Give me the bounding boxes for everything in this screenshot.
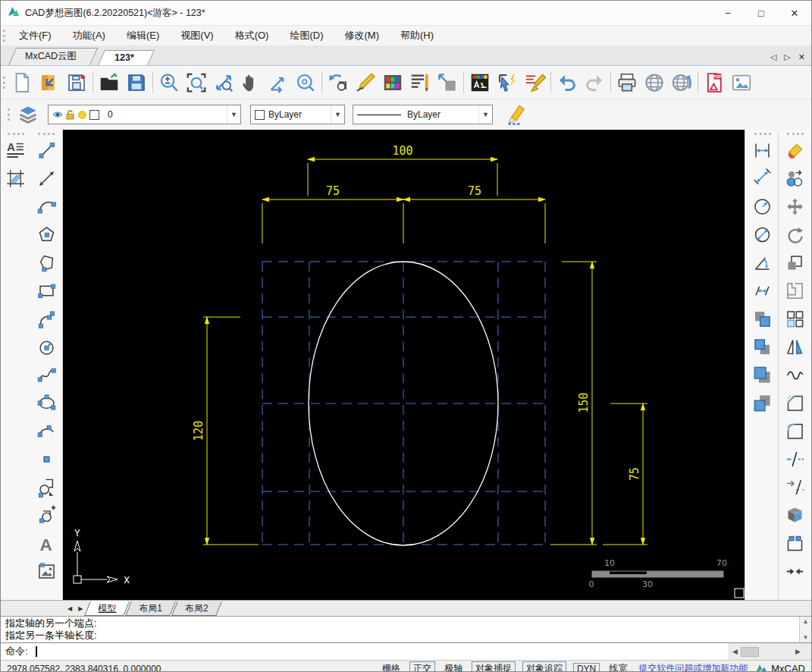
text-icon[interactable]: A <box>33 530 59 556</box>
status-toggle-5[interactable]: DYN <box>573 663 600 672</box>
array-icon[interactable] <box>782 306 808 331</box>
color-select[interactable]: ByLayer ▼ <box>250 105 345 124</box>
layers-icon[interactable] <box>13 99 43 130</box>
tab-scroll-right-icon[interactable]: ▷ <box>784 52 790 62</box>
dim-aligned-icon[interactable] <box>750 165 776 191</box>
rectangle-icon[interactable] <box>33 278 59 303</box>
menu-draw[interactable]: 绘图(D) <box>279 27 334 45</box>
maximize-button[interactable]: □ <box>745 2 778 25</box>
join-icon[interactable] <box>782 558 808 584</box>
tab-close-icon[interactable]: ✕ <box>798 52 805 62</box>
arc-icon[interactable] <box>33 193 59 219</box>
mirror-icon[interactable] <box>782 334 808 360</box>
layer-manager-icon[interactable] <box>466 69 494 96</box>
toolbar-grip[interactable] <box>3 77 5 89</box>
open-cloud-icon[interactable] <box>36 69 63 96</box>
spline-icon[interactable] <box>33 362 59 388</box>
ellipse-icon[interactable] <box>33 390 59 416</box>
format-brush-icon[interactable] <box>521 69 548 96</box>
document-tab-1[interactable]: 123* <box>98 50 148 65</box>
document-tab-0[interactable]: MxCAD云图 <box>8 48 90 65</box>
menu-modify[interactable]: 修改(M) <box>334 27 390 45</box>
palette-icon[interactable] <box>379 69 406 96</box>
draw-order-above-icon[interactable] <box>750 362 776 388</box>
dim-side-150[interactable]: 150 <box>550 262 597 545</box>
status-toggle-1[interactable]: 正交 <box>409 661 435 672</box>
menu-file[interactable]: 文件(F) <box>8 27 62 45</box>
polygon-irregular-icon[interactable] <box>33 250 59 275</box>
break-icon[interactable] <box>782 446 808 472</box>
close-button[interactable]: ✕ <box>778 2 811 25</box>
zoom-previous-icon[interactable] <box>324 69 352 96</box>
dim-left-75[interactable]: 75 <box>262 184 403 243</box>
web-upload-icon[interactable] <box>668 69 695 96</box>
feedback-link[interactable]: 提交软件问题或增加新功能 <box>638 662 748 672</box>
insert-image-icon[interactable] <box>728 69 755 96</box>
image-icon[interactable] <box>33 558 59 584</box>
tab-scroll-left-icon[interactable]: ◁ <box>770 52 776 62</box>
block-define-icon[interactable] <box>33 502 59 528</box>
layer-select[interactable]: 0 ▼ <box>48 105 241 124</box>
circle-icon[interactable] <box>33 334 59 360</box>
command-scrollbar[interactable]: ▲ ▼ <box>799 617 811 642</box>
draw-order-front-icon[interactable] <box>750 306 776 331</box>
dim-linear-icon[interactable] <box>750 137 776 163</box>
layout-tab-1[interactable]: 布局1 <box>128 601 173 616</box>
text-edit-icon[interactable] <box>406 69 434 96</box>
zoom-extents-icon[interactable] <box>210 69 237 96</box>
pdf-export-icon[interactable]: PDF <box>701 69 728 96</box>
status-toggle-0[interactable]: 栅格 <box>380 661 403 672</box>
status-toggle-2[interactable]: 极轴 <box>442 661 465 672</box>
dim-radius-icon[interactable] <box>750 193 776 219</box>
status-toggle-4[interactable]: 对象追踪 <box>522 661 566 672</box>
point-icon[interactable] <box>33 446 59 472</box>
polyline-icon[interactable] <box>33 306 59 331</box>
dim-continue-icon[interactable] <box>750 278 776 303</box>
zoom-window-icon[interactable] <box>183 69 210 96</box>
copy-icon[interactable] <box>782 165 808 191</box>
draw-order-under-icon[interactable] <box>750 390 776 416</box>
minimize-button[interactable]: − <box>711 2 745 25</box>
command-history[interactable]: 指定轴的另一个端点:指定另一条半轴长度: ▲ ▼ <box>1 617 811 643</box>
zoom-center-icon[interactable] <box>292 69 319 96</box>
menu-format[interactable]: 格式(O) <box>224 27 280 45</box>
linetype-select[interactable]: ByLayer ▼ <box>353 105 493 124</box>
arc-continue-icon[interactable] <box>33 418 59 444</box>
line-icon[interactable] <box>33 137 59 163</box>
save-as-icon[interactable] <box>123 69 150 96</box>
resize-icon[interactable] <box>434 69 461 96</box>
erase-icon[interactable] <box>782 137 808 163</box>
dim-diameter-icon[interactable] <box>750 221 776 247</box>
print-icon[interactable] <box>613 69 641 96</box>
trim-icon[interactable] <box>782 474 808 500</box>
fillet-icon[interactable] <box>782 418 808 444</box>
web-publish-icon[interactable] <box>641 69 668 96</box>
status-toggle-3[interactable]: 对象捕捉 <box>472 661 516 672</box>
toolbar-grip[interactable] <box>8 108 10 121</box>
menu-help[interactable]: 帮助(H) <box>390 27 444 45</box>
block-insert-icon[interactable] <box>33 474 59 500</box>
open-folder-icon[interactable] <box>96 69 123 96</box>
axes-icon[interactable] <box>265 69 292 96</box>
revision-cloud-icon[interactable] <box>782 362 808 388</box>
explode-icon[interactable] <box>782 502 808 528</box>
layout-tab-2[interactable]: 布局2 <box>174 601 219 616</box>
layout-scroll-left-icon[interactable]: ◀ <box>64 605 75 612</box>
offset-icon[interactable] <box>782 278 808 303</box>
dim-right-75[interactable]: 75 <box>403 184 545 243</box>
drawing-canvas[interactable]: 100757512015075 Y X 10 70 0 30 <box>63 130 745 600</box>
scrollbar-thumb[interactable] <box>741 647 759 657</box>
rotate-icon[interactable] <box>782 221 808 247</box>
new-file-icon[interactable] <box>8 69 36 96</box>
undo-icon[interactable] <box>553 69 581 96</box>
toolbar-grip[interactable] <box>3 30 5 42</box>
viewport-corner-handle[interactable] <box>735 589 744 598</box>
pan-icon[interactable] <box>237 69 265 96</box>
hatch-icon[interactable] <box>3 165 29 191</box>
move-icon[interactable] <box>782 193 808 219</box>
dim-side-75[interactable]: 75 <box>603 404 647 545</box>
command-hscrollbar[interactable]: ◀ ▶ <box>732 647 801 657</box>
draw-order-back-icon[interactable] <box>750 334 776 360</box>
chamfer-icon[interactable] <box>782 390 808 416</box>
zoom-adjust-icon[interactable] <box>155 69 183 96</box>
